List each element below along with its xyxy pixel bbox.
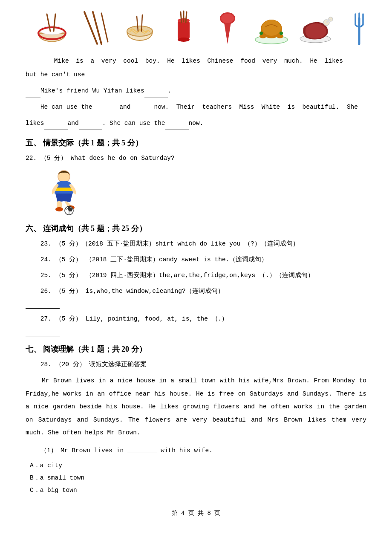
- option-a: A．a city: [30, 460, 366, 472]
- svg-line-5: [84, 12, 97, 44]
- question26: 26. （5 分） is,who,the window,cleaning?（连词…: [26, 285, 366, 298]
- q24-score: （5 分）: [55, 256, 82, 263]
- svg-point-25: [280, 32, 283, 35]
- blank1: [343, 61, 366, 68]
- blank2: [26, 90, 40, 98]
- blank5: [130, 107, 154, 114]
- q24-num: 24.: [40, 256, 52, 263]
- question24: 24. （5 分） （2018 三下·盐田期末）candy sweet is t…: [26, 254, 366, 266]
- q25-score: （5 分）: [55, 272, 82, 279]
- svg-point-13: [178, 38, 190, 42]
- question22: 22. （5 分） What does he do on Saturday?: [26, 152, 366, 165]
- blank7: [79, 122, 102, 130]
- svg-point-24: [259, 32, 263, 35]
- roast-chicken-icon: [254, 9, 290, 47]
- question27: 27. （5 分） Lily, pointing, food, at, is, …: [26, 313, 366, 325]
- q23-score: （5 分）: [55, 240, 82, 247]
- svg-point-21: [262, 20, 281, 36]
- q24-words: candy sweet is the.（连词成句）: [159, 256, 268, 263]
- q26-score: （5 分）: [55, 288, 82, 295]
- answer-line-26: [26, 301, 60, 309]
- q28-score: （20 分）: [55, 361, 86, 368]
- q26-words: is,who,the window,cleaning?（连词成句）: [86, 288, 224, 295]
- sub1-num: （1）: [40, 447, 57, 454]
- blank4: [96, 107, 119, 114]
- footer-text: 第 4 页 共 8 页: [172, 510, 221, 517]
- question23: 23. （5 分）（2018 五下·盐田期末）shirt which do li…: [26, 238, 366, 250]
- page-footer: 第 4 页 共 8 页: [26, 509, 366, 517]
- passage-line3: He can use the andnow. Their teachers Mi…: [26, 101, 366, 114]
- food-images-row: [26, 9, 366, 47]
- q26-num: 26.: [40, 288, 52, 295]
- svg-line-14: [181, 12, 182, 23]
- section6-title: 六、 连词成句（共 5 题；共 25 分）: [26, 223, 366, 234]
- q22-num: 22.: [26, 155, 37, 162]
- answer-line-27: [26, 329, 60, 336]
- passage-line2: Mike's friend Wu Yifan likes.: [26, 84, 366, 98]
- fork-icon: [341, 9, 378, 47]
- question25: 25. （5 分） （2019 四上·西安期末）the,are,the,frid…: [26, 269, 366, 282]
- q28-instruction: 读短文选择正确答案: [89, 361, 147, 368]
- blank6: [44, 122, 68, 130]
- svg-point-18: [221, 14, 234, 23]
- q25-words: the,are,the,fridge,on,keys （.）（连词成句）: [159, 272, 314, 279]
- q24-source: （2018 三下·盐田期末）: [86, 256, 159, 263]
- rice-bowl-icon: [34, 9, 70, 47]
- passage-line4: likesand. She can use thenow.: [26, 117, 366, 130]
- svg-line-16: [186, 12, 187, 23]
- q23-num: 23.: [40, 240, 52, 247]
- sub1-text: Mr Brown lives in ________ with his wife…: [61, 447, 213, 454]
- meat-icon: [297, 9, 334, 47]
- soccer-boy-illustration: [43, 169, 85, 216]
- q22-text: What does he do on Saturday?: [71, 155, 175, 162]
- noodle-bowl-icon: [122, 9, 158, 47]
- question28-header: 28. （20 分） 读短文选择正确答案: [26, 358, 366, 371]
- q27-words: Lily, pointing, food, at, is, the （.）: [86, 315, 228, 322]
- reading-passage-text: Mr Brown lives in a nice house in a smal…: [26, 374, 366, 439]
- q23-source: （2018 五下·盐田期末）: [82, 240, 155, 247]
- ladle-icon: [166, 9, 202, 47]
- svg-point-23: [277, 34, 283, 38]
- q27-num: 27.: [40, 315, 52, 322]
- svg-line-6: [93, 12, 101, 44]
- q27-score: （5 分）: [55, 315, 82, 322]
- q23-words: shirt which do like you （?）（连词成句）: [155, 240, 299, 247]
- blank3: [144, 90, 168, 98]
- section7-title: 七、 阅读理解（共 1 题；共 20 分）: [26, 344, 366, 354]
- svg-rect-11: [178, 20, 190, 40]
- svg-line-7: [101, 13, 108, 42]
- option-c: C．a big town: [30, 484, 366, 497]
- q25-source: （2019 四上·西安期末）: [86, 272, 159, 279]
- blank8: [165, 122, 189, 130]
- q25-num: 25.: [40, 272, 52, 279]
- section5-title: 五、 情景交际（共 1 题；共 5 分）: [26, 138, 366, 148]
- chopsticks-icon: [78, 9, 114, 47]
- q28-num: 28.: [40, 361, 52, 368]
- sub-question-1: （1） Mr Brown lives in ________ with his …: [26, 445, 366, 457]
- svg-point-36: [55, 207, 63, 211]
- spoon-icon: [210, 9, 246, 47]
- passage-line1: Mike is a very cool boy. He likes Chines…: [26, 55, 366, 82]
- q22-score: （5 分）: [40, 155, 67, 162]
- option-b: B．a small town: [30, 472, 366, 484]
